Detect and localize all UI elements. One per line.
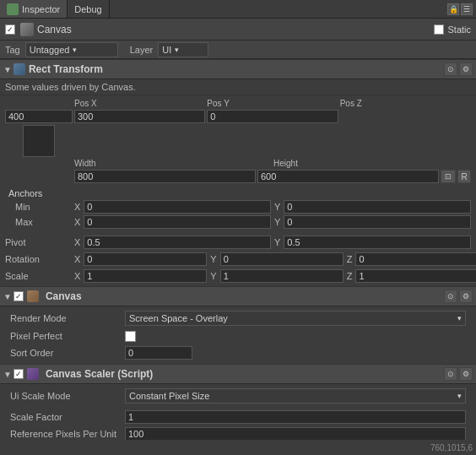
canvas-section-header[interactable]: ▼ Canvas ⊙ ⚙ [0,286,476,306]
anchor-max-x-input[interactable]: 0 [84,215,271,229]
anchor-min-x-input[interactable]: 0 [84,200,271,214]
canvas-scaler-section-header[interactable]: ▼ Canvas Scaler (Script) ⊙ ⚙ [0,364,476,384]
canvas-scaler-buttons: ⊙ ⚙ [444,367,473,381]
sort-order-input[interactable]: 0 [125,346,192,360]
height-input[interactable]: 600 [257,170,439,183]
anchor-min-x-axis: X [74,202,82,212]
anchor-min-y-input[interactable]: 0 [284,200,471,214]
pos-z-axis: Pos Z [340,99,362,108]
canvas-arrow: ▼ [3,292,12,301]
canvas-scaler-enabled-checkbox[interactable] [14,369,24,379]
ui-scale-mode-value: Constant Pixel Size [129,391,209,401]
canvas-reference-btn[interactable]: ⊙ [444,290,457,303]
scale-factor-label: Scale Factor [10,412,120,422]
pos-y-group: Pos Y [207,99,338,108]
lock-button[interactable]: 🔒 [447,3,459,15]
scale-factor-input[interactable]: 1 [125,410,466,424]
canvas-settings-btn[interactable]: ⚙ [459,290,473,303]
ui-scale-mode-dropdown[interactable]: Constant Pixel Size [125,388,466,404]
scale-y-axis: Y [208,271,218,281]
sort-order-label: Sort Order [10,348,120,358]
object-name: Canvas [37,24,72,35]
canvas-scaler-arrow: ▼ [3,370,12,379]
rot-y-axis: Y [208,254,218,264]
anchor-max-row: Max X 0 Y 0 [5,215,471,229]
tab-debug[interactable]: Debug [68,0,109,18]
canvas-enabled-checkbox[interactable] [14,291,24,301]
rect-transform-reference-btn[interactable]: ⊙ [444,62,457,76]
render-mode-dropdown[interactable]: Screen Space - Overlay [125,311,466,326]
width-input[interactable]: 800 [74,170,256,183]
tab-controls: 🔒 ☰ [447,3,476,15]
anchor-min-y-axis: Y [273,202,282,212]
pos-x-input[interactable]: 400 [5,110,73,123]
rect-transform-section-header[interactable]: ▼ Rect Transform ⊙ ⚙ [0,59,476,79]
rect-transform-title: Rect Transform [29,63,444,75]
pixel-perfect-checkbox[interactable] [125,331,136,342]
tab-inspector-label: Inspector [22,4,60,14]
pivot-row: Pivot X 0.5 Y 0.5 [0,234,476,251]
anchor-max-label: Max [5,217,73,227]
render-mode-value: Screen Space - Overlay [129,313,228,323]
object-icon [20,23,34,36]
static-toggle[interactable]: Static [434,24,471,35]
pivot-label: Pivot [5,237,73,247]
rect-transform-settings-btn[interactable]: ⚙ [459,62,473,76]
transform-preview [23,125,55,157]
scale-x-axis: X [74,271,82,281]
tab-inspector[interactable]: Inspector [0,0,68,18]
pos-z-input[interactable]: 0 [207,110,338,123]
pos-y-input[interactable]: 300 [74,110,205,123]
r-button[interactable]: R [457,170,471,183]
anchor-max-y-input[interactable]: 0 [284,215,471,229]
ref-pixels-input[interactable]: 100 [125,427,466,441]
menu-button[interactable]: ☰ [461,3,473,15]
ref-pixels-label: Reference Pixels Per Unit [10,429,120,439]
rot-z-input[interactable]: 0 [355,252,476,266]
anchor-min-label: Min [5,202,73,212]
constraint-icon-btn[interactable]: ⊡ [441,170,456,183]
rect-transform-arrow: ▼ [3,65,12,74]
pixel-perfect-label: Pixel Perfect [10,331,120,341]
scale-row: Scale X 1 Y 1 Z 1 [0,268,476,286]
inspector-icon [7,3,19,15]
pivot-x-input[interactable]: 0.5 [84,236,271,249]
pos-row: Pos X Pos Y Pos Z [0,95,476,109]
canvas-scaler-reference-btn[interactable]: ⊙ [444,367,457,381]
layer-dropdown[interactable]: UI [158,42,208,57]
scale-x-input[interactable]: 1 [84,269,207,283]
pos-values-row: 400 300 0 [0,109,476,158]
canvas-scaler-title: Canvas Scaler (Script) [46,368,444,380]
scale-y-input[interactable]: 1 [220,269,343,283]
canvas-scaler-icon [27,368,39,380]
rot-y-input[interactable]: 0 [220,252,343,266]
enabled-checkbox[interactable] [5,24,15,35]
layer-label: Layer [130,45,154,55]
rot-z-axis: Z [345,254,354,264]
constraint-buttons: ⊡ R [441,170,471,183]
pos-y-axis: Pos Y [207,99,230,108]
rotation-row: Rotation X 0 Y 0 Z 0 [0,251,476,268]
scale-z-input[interactable]: 1 [355,269,476,283]
layer-value: UI [162,45,171,55]
rot-x-input[interactable]: 0 [84,252,207,266]
canvas-icon [27,290,39,302]
anchor-min-row: Min X 0 Y 0 [5,200,471,214]
canvas-scaler-settings-btn[interactable]: ⚙ [459,367,473,381]
canvas-checkbox-group [14,290,42,302]
rot-x-axis: X [74,254,82,264]
rotation-label: Rotation [5,254,73,264]
anchor-max-x-axis: X [74,217,82,227]
header-row: Canvas Static [0,19,476,41]
wh-values-row: 800 600 ⊡ R [0,169,476,187]
render-mode-label: Render Mode [10,313,120,323]
tag-dropdown[interactable]: Untagged [25,42,118,57]
rect-transform-info: Some values driven by Canvas. [0,79,476,95]
canvas-scaler-content: Ui Scale Mode Constant Pixel Size Scale … [0,384,476,445]
static-checkbox[interactable] [434,24,444,35]
pivot-y-input[interactable]: 0.5 [284,236,471,249]
tab-debug-label: Debug [74,4,101,14]
object-enabled-toggle[interactable] [5,24,15,35]
width-label: Width [74,159,272,168]
sort-order-row: Sort Order 0 [5,344,471,361]
